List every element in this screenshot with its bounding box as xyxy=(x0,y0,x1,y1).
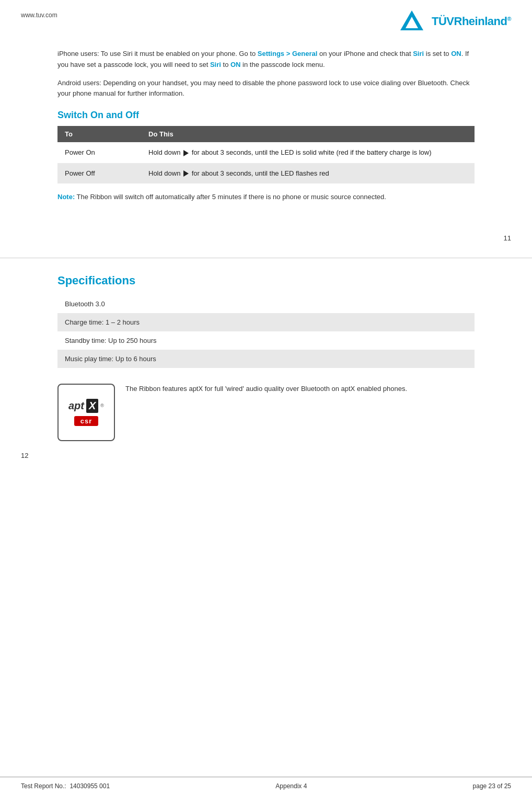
aptx-x-icon: X xyxy=(86,399,98,413)
iphone-note-suffix: in the passcode lock menu. xyxy=(241,61,325,68)
logo-reg: ® xyxy=(507,15,511,21)
on-link1: ON xyxy=(451,50,461,57)
specs-table: Bluetooth 3.0 Charge time: 1 – 2 hours S… xyxy=(57,295,475,368)
iphone-note-mid1: on your iPhone and check that xyxy=(317,50,413,57)
aptx-description: The Ribbon features aptX for full 'wired… xyxy=(125,384,407,395)
note-label: Note: xyxy=(57,193,75,201)
play-icon-2 xyxy=(183,170,189,177)
spec-row: Standby time: Up to 250 hours xyxy=(57,331,475,350)
spec-standby: Standby time: Up to 250 hours xyxy=(57,331,475,350)
siri-link1: Siri xyxy=(413,50,424,57)
spec-charge: Charge time: 1 – 2 hours xyxy=(57,313,475,331)
iphone-note: iPhone users: To use Siri it must be ena… xyxy=(57,49,475,71)
footer: Test Report No.: 14030955 001 Appendix 4… xyxy=(0,777,532,795)
siri-link2: Siri xyxy=(210,61,221,68)
spec-bluetooth: Bluetooth 3.0 xyxy=(57,295,475,313)
iphone-note-mid2: is set to xyxy=(424,50,451,57)
power-off-desc: Hold down for about 3 seconds, until the… xyxy=(141,163,475,184)
col-dothis-header: Do This xyxy=(141,126,475,142)
table-row: Power Off Hold down for about 3 seconds,… xyxy=(57,163,475,184)
power-off-label: Power Off xyxy=(57,163,141,184)
play-icon xyxy=(183,150,189,156)
col-to-header: To xyxy=(57,126,141,142)
power-on-label: Power On xyxy=(57,142,141,163)
footer-report: Test Report No.: 14030955 001 xyxy=(21,782,110,790)
aptx-logo-top: apt X ® xyxy=(68,399,104,413)
table-row: Power On Hold down for about 3 seconds, … xyxy=(57,142,475,163)
spec-row: Music play time: Up to 6 hours xyxy=(57,350,475,368)
switch-on-off-title: Switch On and Off xyxy=(57,110,475,121)
csr-logo: csr xyxy=(74,416,99,426)
iphone-note-prefix: iPhone users: To use Siri it must be ena… xyxy=(57,50,258,57)
aptx-section: apt X ® csr The Ribbon features aptX for… xyxy=(57,384,475,441)
footer-page-info: page 23 of 25 xyxy=(473,782,511,790)
page-header: www.tuv.com TÜVRheinland® xyxy=(0,0,532,33)
aptx-logo-box: apt X ® csr xyxy=(57,384,115,441)
logo-tuv: TÜV xyxy=(432,15,454,28)
footer-report-number: 14030955 001 xyxy=(70,782,110,790)
settings-general-link: Settings > General xyxy=(258,50,318,57)
aptx-reg: ® xyxy=(100,403,104,408)
spec-row: Charge time: 1 – 2 hours xyxy=(57,313,475,331)
page-11-content: iPhone users: To use Siri it must be ena… xyxy=(0,33,532,213)
switch-table: To Do This Power On Hold down for about … xyxy=(57,126,475,183)
iphone-note-mid4: to xyxy=(221,61,230,68)
logo-rheinland: Rheinland xyxy=(454,15,507,28)
spec-music: Music play time: Up to 6 hours xyxy=(57,350,475,368)
note-body: The Ribbon will switch off automatically… xyxy=(75,193,386,201)
footer-report-label: Test Report No.: xyxy=(21,782,66,790)
website-url: www.tuv.com xyxy=(21,11,57,19)
logo-area: TÜVRheinland® xyxy=(399,9,511,33)
page-12-content: Specifications Bluetooth 3.0 Charge time… xyxy=(0,258,532,452)
note-text: Note: The Ribbon will switch off automat… xyxy=(57,192,475,203)
logo-text: TÜVRheinland® xyxy=(432,15,511,28)
android-note: Android users: Depending on your handset… xyxy=(57,78,475,100)
page-number-12: 12 xyxy=(0,452,532,465)
table-header-row: To Do This xyxy=(57,126,475,142)
apt-text: apt xyxy=(68,400,84,412)
spec-row: Bluetooth 3.0 xyxy=(57,295,475,313)
tuv-logo-icon xyxy=(399,9,424,31)
specifications-title: Specifications xyxy=(57,274,475,287)
power-on-desc: Hold down for about 3 seconds, until the… xyxy=(141,142,475,163)
footer-appendix: Appendix 4 xyxy=(275,782,307,790)
page-number-11: 11 xyxy=(0,234,532,242)
on-link2: ON xyxy=(230,61,241,68)
